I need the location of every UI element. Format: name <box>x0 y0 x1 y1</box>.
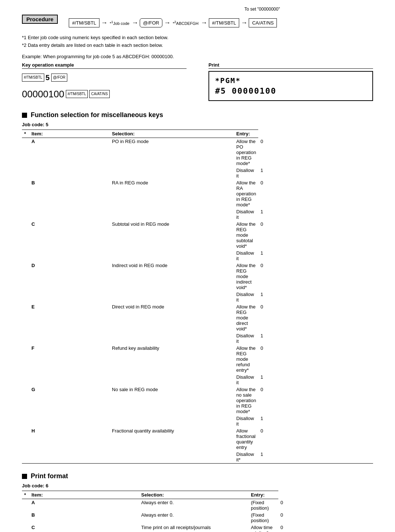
table-row: FRefund key availabilityAllow the REG mo… <box>22 345 373 374</box>
entry-value: 0 <box>258 138 373 167</box>
section1-header: Function selection for miscellaneous key… <box>22 111 373 119</box>
table-row: CSubtotal void in REG modeAllow the REG … <box>22 221 373 250</box>
section1-table: * Item: Selection: Entry: APO in REG mod… <box>22 130 373 464</box>
row-star <box>22 512 29 524</box>
entry-value: 1 <box>258 167 373 179</box>
entry-value: 1 <box>258 332 373 345</box>
row-star <box>22 221 29 262</box>
entry-value: 1 <box>258 208 373 221</box>
selection-text: Allow fractional quantity entry <box>234 427 258 451</box>
selection-text: Disallow it <box>234 167 258 179</box>
item-text: Always enter 0. <box>139 512 249 524</box>
th-item: Item: <box>29 491 139 499</box>
item-text: Refund key availability <box>110 345 234 386</box>
th-star: * <box>22 130 29 138</box>
flow-arrow-2: → <box>132 19 138 27</box>
row-star <box>22 262 29 303</box>
selection-text: Allow the no sale operation in REG mode* <box>234 386 258 415</box>
table-row: CTime print on all receipts/journalsAllo… <box>22 524 373 532</box>
selection-text: Allow the REG mode indirect void* <box>234 262 258 291</box>
item-text: Subtotal void in REG mode <box>110 221 234 262</box>
item-letter: E <box>29 303 110 345</box>
key-op-row-1: #/TM/SBTL 5 @/FOR <box>22 71 187 84</box>
item-letter: A <box>29 499 139 512</box>
badge-tmsbtl2: #/TM/SBTL <box>66 90 88 98</box>
entry-value: 0 <box>258 386 373 415</box>
table-row: AAlways enter 0.(Fixed position)0 <box>22 499 373 512</box>
section2-header: Print format <box>22 472 373 480</box>
section2-square-icon <box>22 474 27 479</box>
flow-box-tmsbtl2: #/TM/SBTL <box>209 18 240 27</box>
flow-diagram: #/TM/SBTL → *1Job code → @/FOR → *2ABCDE… <box>69 18 373 27</box>
table-row: HFractional quantity availabilityAllow f… <box>22 427 373 451</box>
section2-jobcode: Job code: 6 <box>22 483 373 488</box>
flow-arrow-4: → <box>201 19 207 27</box>
row-star <box>22 303 29 345</box>
entry-value: 0 <box>258 262 373 291</box>
item-letter: B <box>29 179 110 221</box>
section2: Print format Job code: 6 * Item: Selecti… <box>22 472 373 532</box>
print-header: Print <box>208 62 373 69</box>
entry-value: 0 <box>278 524 373 532</box>
item-letter: D <box>29 262 110 303</box>
key-op-row-2: 00000100 #/TM/SBTL CA/AT/NS <box>22 86 187 103</box>
selection-text: Allow time printing* <box>249 524 278 532</box>
flow-arrow-3: → <box>164 19 170 27</box>
table-row: BAlways enter 0.(Fixed position)0 <box>22 512 373 524</box>
entry-value: 0 <box>258 179 373 208</box>
item-text: PO in REG mode <box>110 138 234 180</box>
badge-catns: CA/AT/NS <box>89 90 109 98</box>
selection-text: Disallow it* <box>234 451 258 464</box>
flow-label-abcdefgh: *2ABCDEFGH <box>173 20 199 26</box>
table-row: EDirect void in REG modeAllow the REG mo… <box>22 303 373 332</box>
section1-square-icon <box>22 113 27 118</box>
print-line2: #5 00000100 <box>215 86 366 97</box>
entry-value: 0 <box>258 427 373 451</box>
flow-box-for: @/FOR <box>140 18 162 27</box>
th-star: * <box>22 491 29 499</box>
entry-value: 0 <box>258 221 373 250</box>
entry-value: 1 <box>258 374 373 386</box>
flow-box-tmsbtl1: #/TM/SBTL <box>69 18 99 27</box>
selection-text: Allow the PO operation in REG mode* <box>234 138 258 167</box>
flow-label-jobcode: *1Job code <box>110 20 129 26</box>
badge-for: @/FOR <box>51 74 67 82</box>
key-op-header: Key operation example <box>22 62 187 69</box>
row-star <box>22 386 29 427</box>
item-letter: F <box>29 345 110 386</box>
section1: Function selection for miscellaneous key… <box>22 111 373 464</box>
entry-value: 1 <box>258 291 373 303</box>
item-text: Time print on all receipts/journals <box>139 524 249 532</box>
th-selection: Selection: <box>110 130 234 138</box>
th-item: Item: <box>29 130 110 138</box>
example-title: Example: When programming for job code 5… <box>22 54 373 59</box>
flow-box-catns: CA/AT/NS <box>249 18 277 27</box>
row-star <box>22 427 29 464</box>
key-op-number-5: 5 <box>46 71 50 84</box>
item-text: Indirect void in REG mode <box>110 262 234 303</box>
table-row: GNo sale in REG modeAllow the no sale op… <box>22 386 373 415</box>
to-set-label: To set "00000000" <box>244 7 280 12</box>
selection-text: Disallow it <box>234 208 258 221</box>
print-column: Print *PGM* #5 00000100 <box>208 62 373 101</box>
selection-text: Disallow it <box>234 250 258 262</box>
selection-text: Disallow it <box>234 332 258 345</box>
item-letter: C <box>29 221 110 262</box>
entry-value: 0 <box>258 303 373 332</box>
badge-tmsbtl: #/TM/SBTL <box>22 74 44 82</box>
table-header-row: * Item: Selection: Entry: <box>22 130 373 138</box>
table-row: DIndirect void in REG modeAllow the REG … <box>22 262 373 291</box>
entry-value: 0 <box>278 512 373 524</box>
table-row: BRA in REG modeAllow the RA operation in… <box>22 179 373 208</box>
item-letter: A <box>29 138 110 180</box>
footnote-2: *2 Data entry details are listed on each… <box>22 42 373 49</box>
entry-value: 0 <box>258 345 373 374</box>
entry-value: 1 <box>258 250 373 262</box>
selection-text: Allow the RA operation in REG mode* <box>234 179 258 208</box>
th-entry: Entry: <box>234 130 258 138</box>
selection-text: (Fixed position) <box>249 499 278 512</box>
selection-text: Allow the REG mode refund entry* <box>234 345 258 374</box>
selection-text: Allow the REG mode subtotal void* <box>234 221 258 250</box>
section1-title: Function selection for miscellaneous key… <box>31 111 163 119</box>
procedure-label: Procedure <box>22 15 58 24</box>
